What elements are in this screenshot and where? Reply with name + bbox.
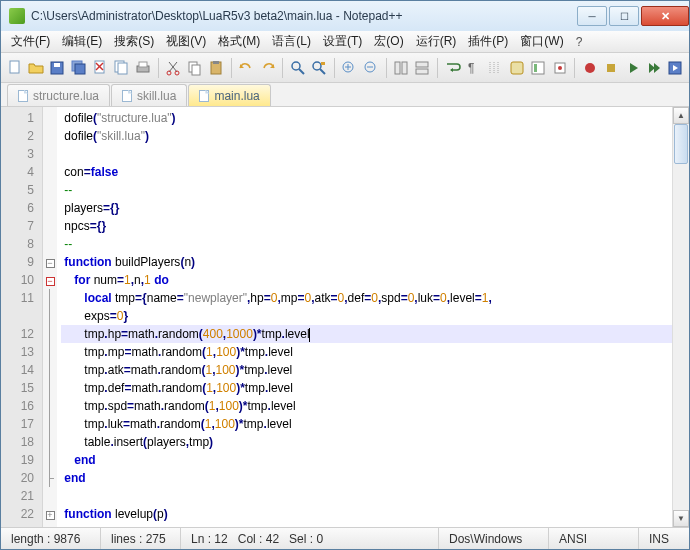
menu-item-1[interactable]: 编辑(E)	[56, 31, 108, 52]
status-lines: lines : 275	[101, 528, 181, 549]
svg-rect-11	[139, 62, 147, 67]
file-icon	[18, 90, 28, 102]
file-icon	[122, 90, 132, 102]
find-button[interactable]	[288, 57, 307, 79]
status-col: Col : 42	[238, 532, 279, 546]
maximize-button[interactable]: ☐	[609, 6, 639, 26]
svg-rect-37	[532, 62, 544, 74]
sync-h-button[interactable]	[413, 57, 432, 79]
svg-rect-30	[416, 62, 428, 67]
app-window: C:\Users\Administrator\Desktop\LuaR5v3 b…	[0, 0, 690, 550]
save-button[interactable]	[48, 57, 67, 79]
window-title: C:\Users\Administrator\Desktop\LuaR5v3 b…	[31, 9, 575, 23]
minimize-button[interactable]: ─	[577, 6, 607, 26]
cut-button[interactable]	[164, 57, 183, 79]
menu-item-5[interactable]: 语言(L)	[266, 31, 317, 52]
tab-label: skill.lua	[137, 89, 176, 103]
menu-item-4[interactable]: 格式(M)	[212, 31, 266, 52]
title-bar[interactable]: C:\Users\Administrator\Desktop\LuaR5v3 b…	[1, 1, 689, 31]
svg-text:¶: ¶	[468, 61, 474, 75]
scroll-up-button[interactable]: ▲	[673, 107, 689, 124]
doc-map-button[interactable]	[529, 57, 548, 79]
wrap-button[interactable]	[443, 57, 462, 79]
close-all-button[interactable]	[112, 57, 131, 79]
zoom-out-button[interactable]	[361, 57, 380, 79]
undo-button[interactable]	[237, 57, 256, 79]
file-tab-bar: structure.luaskill.luamain.lua	[1, 83, 689, 107]
svg-rect-9	[118, 63, 127, 74]
svg-rect-17	[213, 61, 219, 64]
show-all-chars-button[interactable]: ¶	[464, 57, 483, 79]
status-eol: Dos\Windows	[439, 528, 549, 549]
file-icon	[199, 90, 209, 102]
status-sel: Sel : 0	[289, 532, 323, 546]
svg-rect-28	[395, 62, 400, 74]
play-macro-button[interactable]	[623, 57, 642, 79]
copy-button[interactable]	[185, 57, 204, 79]
svg-line-21	[320, 69, 325, 74]
file-tab-2[interactable]: main.lua	[188, 84, 270, 106]
vertical-scrollbar[interactable]: ▲ ▼	[672, 107, 689, 527]
svg-rect-4	[75, 64, 85, 74]
menu-item-2[interactable]: 搜索(S)	[108, 31, 160, 52]
svg-rect-15	[192, 65, 200, 75]
menu-item-3[interactable]: 视图(V)	[160, 31, 212, 52]
svg-line-19	[299, 69, 304, 74]
app-icon	[9, 8, 25, 24]
svg-rect-31	[416, 69, 428, 74]
save-all-button[interactable]	[69, 57, 88, 79]
save-macro-button[interactable]	[666, 57, 685, 79]
print-button[interactable]	[133, 57, 152, 79]
scroll-thumb[interactable]	[674, 124, 688, 164]
menu-item-8[interactable]: 运行(R)	[410, 31, 463, 52]
svg-rect-36	[511, 62, 523, 74]
menu-bar: 文件(F)编辑(E)搜索(S)视图(V)格式(M)语言(L)设置(T)宏(O)运…	[1, 31, 689, 53]
menu-item-10[interactable]: 窗口(W)	[514, 31, 569, 52]
svg-point-18	[292, 62, 300, 70]
stop-macro-button[interactable]	[602, 57, 621, 79]
menu-item-7[interactable]: 宏(O)	[368, 31, 409, 52]
svg-point-20	[313, 62, 321, 70]
line-number-gutter[interactable]: 12345678910111213141516171819202122	[1, 107, 43, 527]
menu-item-6[interactable]: 设置(T)	[317, 31, 368, 52]
svg-rect-0	[10, 61, 19, 73]
svg-rect-2	[54, 63, 60, 67]
new-file-button[interactable]	[5, 57, 24, 79]
tab-label: structure.lua	[33, 89, 99, 103]
paste-button[interactable]	[206, 57, 225, 79]
svg-rect-22	[321, 62, 325, 65]
fold-margin[interactable]: −−+	[43, 107, 57, 527]
svg-point-41	[585, 63, 595, 73]
status-ln: Ln : 12	[191, 532, 228, 546]
close-file-button[interactable]	[91, 57, 110, 79]
svg-point-40	[558, 66, 562, 70]
record-macro-button[interactable]	[580, 57, 599, 79]
svg-rect-38	[534, 64, 537, 72]
menu-item-9[interactable]: 插件(P)	[462, 31, 514, 52]
editor-area: 12345678910111213141516171819202122 −−+ …	[1, 107, 689, 527]
sync-v-button[interactable]	[391, 57, 410, 79]
play-multi-button[interactable]	[644, 57, 663, 79]
replace-button[interactable]	[310, 57, 329, 79]
toolbar: ¶	[1, 53, 689, 83]
tab-label: main.lua	[214, 89, 259, 103]
open-file-button[interactable]	[26, 57, 45, 79]
status-length: length : 9876	[1, 528, 101, 549]
zoom-in-button[interactable]	[340, 57, 359, 79]
menu-item-0[interactable]: 文件(F)	[5, 31, 56, 52]
status-bar: length : 9876 lines : 275 Ln : 12 Col : …	[1, 527, 689, 549]
scroll-down-button[interactable]: ▼	[673, 510, 689, 527]
indent-guide-button[interactable]	[486, 57, 505, 79]
svg-rect-42	[607, 64, 615, 72]
file-tab-1[interactable]: skill.lua	[111, 84, 187, 106]
func-list-button[interactable]	[550, 57, 569, 79]
status-mode: INS	[639, 528, 689, 549]
menu-help[interactable]: ?	[570, 33, 589, 51]
code-view[interactable]: dofile("structure.lua") dofile("skill.lu…	[57, 107, 672, 527]
status-encoding: ANSI	[549, 528, 639, 549]
redo-button[interactable]	[258, 57, 277, 79]
file-tab-0[interactable]: structure.lua	[7, 84, 110, 106]
lang-button[interactable]	[507, 57, 526, 79]
close-button[interactable]: ✕	[641, 6, 689, 26]
svg-rect-29	[402, 62, 407, 74]
